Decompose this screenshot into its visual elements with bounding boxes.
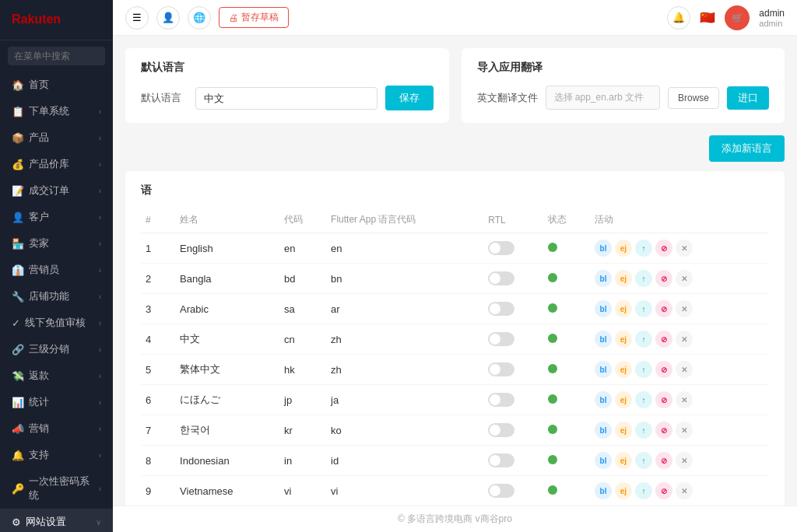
sidebar-item-customer[interactable]: 👤客户 ›: [0, 204, 113, 230]
action-badge-up[interactable]: ↑: [635, 300, 652, 317]
action-badge-up[interactable]: ↑: [635, 240, 652, 257]
sidebar-item-marketing[interactable]: 📣营销 ›: [0, 415, 113, 442]
action-badge-up[interactable]: ↑: [635, 331, 652, 348]
save-draft-button[interactable]: 🖨 暂存草稿: [219, 7, 289, 28]
rtl-toggle[interactable]: [488, 332, 514, 346]
threelevel-icon: 🔗: [12, 344, 24, 355]
action-badge-delete[interactable]: ✕: [676, 422, 693, 439]
sidebar-item-home[interactable]: 🏠首页: [0, 72, 113, 98]
add-language-button[interactable]: 添加新语言: [709, 135, 785, 162]
action-badge-block[interactable]: ⊘: [655, 240, 672, 257]
action-badge-ej[interactable]: ej: [615, 331, 632, 348]
action-badge-up[interactable]: ↑: [635, 270, 652, 287]
notification-button[interactable]: 🔔: [667, 6, 690, 30]
rtl-toggle[interactable]: [488, 302, 514, 316]
action-badge-ej[interactable]: ej: [615, 391, 632, 408]
action-badge-delete[interactable]: ✕: [676, 240, 693, 257]
import-translation-title: 导入应用翻译: [477, 61, 770, 75]
action-badge-up[interactable]: ↑: [635, 391, 652, 408]
sidebar-item-three-level[interactable]: 🔗三级分销 ›: [0, 336, 113, 362]
action-badge-up[interactable]: ↑: [635, 361, 652, 378]
footer-text: © 多语言跨境电商 v商谷pro: [398, 513, 512, 524]
marketing-icon: 📣: [12, 423, 24, 435]
table-row: 7 한국어 kr ko bl ej ↑ ⊘ ✕: [141, 415, 769, 446]
action-badge-delete[interactable]: ✕: [676, 331, 693, 348]
chevron-icon: ›: [99, 160, 101, 169]
brand-logo: Rakuten: [0, 0, 113, 40]
action-badge-bl[interactable]: bl: [595, 391, 612, 408]
sidebar-item-support[interactable]: 🔔支持 ›: [0, 442, 113, 468]
action-badge-block[interactable]: ⊘: [655, 482, 672, 499]
action-badge-up[interactable]: ↑: [635, 452, 652, 469]
action-badge-bl[interactable]: bl: [595, 452, 612, 469]
action-badge-block[interactable]: ⊘: [655, 300, 672, 317]
sidebar-item-subsystem[interactable]: 📋下单系统 ›: [0, 98, 113, 124]
chevron-icon: ›: [99, 213, 101, 222]
action-badge-delete[interactable]: ✕: [676, 300, 693, 317]
rtl-toggle[interactable]: [488, 484, 514, 498]
action-badge-delete[interactable]: ✕: [676, 361, 693, 378]
search-input[interactable]: [8, 47, 105, 65]
sidebar-item-product-price[interactable]: 💰产品价库 ›: [0, 151, 113, 177]
content-area: 默认语言 默认语言 中文 English 保存 导入应用翻译 英文翻译文件: [113, 36, 797, 506]
import-button[interactable]: 进口: [727, 86, 769, 110]
salesperson-icon: 👔: [12, 264, 24, 276]
browse-button[interactable]: Browse: [668, 87, 719, 109]
sidebar-item-one-time-password[interactable]: 🔑一次性密码系统 ›: [0, 468, 113, 509]
action-badge-ej[interactable]: ej: [615, 422, 632, 439]
action-badge-bl[interactable]: bl: [595, 482, 612, 499]
action-badge-block[interactable]: ⊘: [655, 331, 672, 348]
action-badge-block[interactable]: ⊘: [655, 391, 672, 408]
action-badge-delete[interactable]: ✕: [676, 270, 693, 287]
action-badge-up[interactable]: ↑: [635, 422, 652, 439]
sidebar-item-accounting[interactable]: 📊统计 ›: [0, 389, 113, 415]
sidebar-item-store-function[interactable]: 🔧店铺功能 ›: [0, 283, 113, 310]
rtl-toggle[interactable]: [488, 271, 514, 285]
rtl-toggle[interactable]: [488, 393, 514, 407]
rtl-toggle[interactable]: [488, 423, 514, 437]
action-badge-delete[interactable]: ✕: [676, 482, 693, 499]
action-badge-block[interactable]: ⊘: [655, 452, 672, 469]
action-badge-delete[interactable]: ✕: [676, 391, 693, 408]
action-badge-ej[interactable]: ej: [615, 482, 632, 499]
action-badge-block[interactable]: ⊘: [655, 270, 672, 287]
action-badge-up[interactable]: ↑: [635, 482, 652, 499]
language-select[interactable]: 中文 English: [195, 87, 377, 110]
notification-icon: 🔔: [672, 12, 685, 23]
action-badge-block[interactable]: ⊘: [655, 422, 672, 439]
sidebar-item-offline-review[interactable]: ✓线下免值审核 ›: [0, 310, 113, 336]
product-icon: 📦: [12, 132, 24, 144]
rtl-toggle[interactable]: [488, 362, 514, 376]
rtl-toggle[interactable]: [488, 241, 514, 255]
cell-name: Arabic: [175, 294, 279, 324]
action-badge-bl[interactable]: bl: [595, 361, 612, 378]
action-badge-bl[interactable]: bl: [595, 422, 612, 439]
action-badge-ej[interactable]: ej: [615, 240, 632, 257]
sidebar-item-orders[interactable]: 📝成交订单 ›: [0, 177, 113, 204]
sidebar-item-discount[interactable]: 💸返款 ›: [0, 362, 113, 389]
sidebar-item-site-settings[interactable]: ⚙网站设置 ∨: [0, 509, 113, 532]
menu-toggle-button[interactable]: ☰: [125, 6, 149, 30]
language-flag[interactable]: 🇨🇳: [700, 10, 715, 25]
action-badge-bl[interactable]: bl: [595, 300, 612, 317]
sidebar-item-product[interactable]: 📦产品 ›: [0, 124, 113, 151]
globe-icon-button[interactable]: 🌐: [188, 6, 211, 30]
sidebar-item-salesperson[interactable]: 👔营销员 ›: [0, 257, 113, 283]
user-icon-button[interactable]: 👤: [156, 6, 180, 30]
action-badge-bl[interactable]: bl: [595, 270, 612, 287]
action-badge-delete[interactable]: ✕: [676, 452, 693, 469]
action-badge-ej[interactable]: ej: [615, 452, 632, 469]
action-badge-ej[interactable]: ej: [615, 270, 632, 287]
rtl-toggle[interactable]: [488, 453, 514, 467]
sidebar-item-seller[interactable]: 🏪卖家 ›: [0, 230, 113, 257]
top-cards-row: 默认语言 默认语言 中文 English 保存 导入应用翻译 英文翻译文件: [125, 48, 785, 123]
save-default-language-button[interactable]: 保存: [385, 86, 434, 110]
action-badge-bl[interactable]: bl: [595, 240, 612, 257]
action-badge-bl[interactable]: bl: [595, 331, 612, 348]
cell-rtl: [483, 324, 543, 355]
action-badge-ej[interactable]: ej: [615, 361, 632, 378]
action-badge-ej[interactable]: ej: [615, 300, 632, 317]
action-badge-block[interactable]: ⊘: [655, 361, 672, 378]
cell-actions: bl ej ↑ ⊘ ✕: [590, 233, 769, 264]
default-language-card: 默认语言 默认语言 中文 English 保存: [125, 48, 449, 123]
